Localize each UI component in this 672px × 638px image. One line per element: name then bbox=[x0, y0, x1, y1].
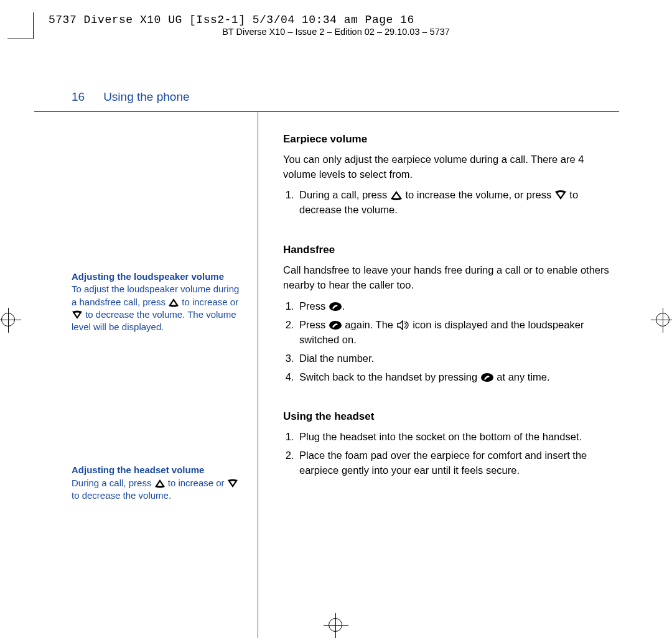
section-using-headset: Using the headset Plug the headset into … bbox=[283, 409, 619, 478]
step-text: Press bbox=[299, 319, 329, 330]
section-heading: Earpiece volume bbox=[283, 132, 619, 147]
section-heading: Handsfree bbox=[283, 243, 619, 258]
tip-text: to decrease the volume. The volume level… bbox=[72, 309, 236, 332]
up-arrow-icon bbox=[168, 298, 179, 307]
tip-heading: Adjusting the headset volume bbox=[72, 464, 244, 476]
section-heading: Using the headset bbox=[283, 409, 619, 425]
body-text: Call handsfree to leave your hands free … bbox=[283, 263, 619, 293]
tip-text: to increase or bbox=[166, 478, 227, 488]
step-text: Press bbox=[299, 300, 329, 312]
step-item: Press again. The icon is displayed and t… bbox=[297, 318, 619, 348]
body-text: You can only adjust the earpiece volume … bbox=[283, 152, 619, 182]
print-slug: 5737 Diverse X10 UG [Iss2-1] 5/3/04 10:3… bbox=[49, 14, 414, 26]
handsfree-icon bbox=[396, 320, 410, 330]
step-item: Dial the number. bbox=[297, 351, 619, 366]
step-text: . bbox=[342, 300, 345, 312]
up-arrow-icon bbox=[154, 479, 166, 488]
page-content: 16 Using the phone Adjusting the loudspe… bbox=[72, 90, 619, 638]
step-text: again. The bbox=[342, 319, 396, 330]
step-text: to increase the volume, or press bbox=[403, 189, 554, 200]
section-handsfree: Handsfree Call handsfree to leave your h… bbox=[283, 243, 619, 384]
step-item: Place the foam pad over the earpiece for… bbox=[297, 448, 619, 478]
tip-text: to increase or bbox=[179, 297, 238, 307]
tip-heading: Adjusting the loudspeaker volume bbox=[72, 270, 244, 283]
down-arrow-icon bbox=[554, 190, 567, 200]
step-item: Switch back to the handset by pressing a… bbox=[297, 370, 619, 385]
sidebar-tip-headset: Adjusting the headset volume During a ca… bbox=[72, 464, 244, 502]
section-earpiece-volume: Earpiece volume You can only adjust the … bbox=[283, 132, 619, 218]
talk-key-icon bbox=[480, 372, 494, 382]
page-title: Using the phone bbox=[103, 90, 189, 104]
step-text: at any time. bbox=[494, 371, 550, 382]
up-arrow-icon bbox=[390, 190, 403, 200]
talk-key-icon bbox=[329, 302, 342, 312]
step-item: Plug the headset into the socket on the … bbox=[297, 430, 619, 445]
sidebar-column: Adjusting the loudspeaker volume To adju… bbox=[72, 112, 258, 638]
step-text: Switch back to the handset by pressing bbox=[299, 371, 480, 382]
running-head: BT Diverse X10 – Issue 2 – Edition 02 – … bbox=[0, 27, 672, 37]
main-column: Earpiece volume You can only adjust the … bbox=[258, 112, 619, 638]
talk-key-icon bbox=[329, 320, 342, 330]
page-number: 16 bbox=[72, 90, 85, 104]
down-arrow-icon bbox=[227, 479, 238, 488]
tip-text: to decrease the volume. bbox=[72, 490, 171, 501]
tip-text: During a call, press bbox=[72, 478, 154, 488]
step-item: During a call, press to increase the vol… bbox=[297, 188, 619, 218]
sidebar-tip-loudspeaker: Adjusting the loudspeaker volume To adju… bbox=[72, 270, 244, 333]
step-item: Press . bbox=[297, 299, 619, 314]
step-text: During a call, press bbox=[299, 189, 390, 200]
down-arrow-icon bbox=[72, 310, 83, 320]
